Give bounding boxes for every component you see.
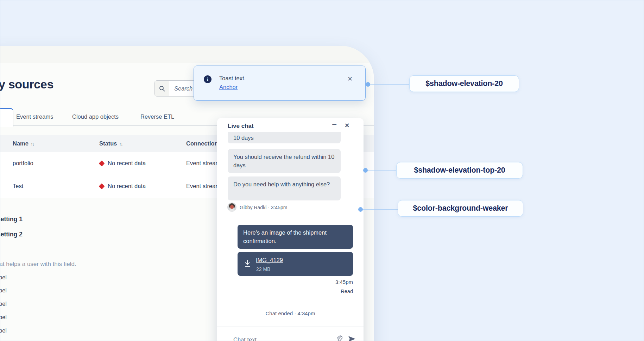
- column-header-status[interactable]: Status↑↓: [99, 140, 122, 147]
- cell-status: No recent data: [108, 160, 146, 167]
- search-icon: [159, 86, 165, 92]
- toast-anchor-link[interactable]: Anchor: [219, 84, 238, 91]
- error-diamond-icon: [99, 184, 105, 190]
- token-label-shadow-elevation-20: $shadow-elevation-20: [409, 75, 519, 92]
- leader-line: [360, 209, 398, 210]
- attachment-size: 22 MB: [256, 265, 270, 273]
- chat-input[interactable]: Chat text: [233, 336, 257, 341]
- info-icon: i: [204, 75, 211, 83]
- column-header-connection[interactable]: Connection: [186, 140, 218, 147]
- avatar-face: [230, 205, 234, 209]
- download-icon: [244, 260, 251, 267]
- paperclip-icon[interactable]: [336, 335, 342, 341]
- sort-icon[interactable]: ↑↓: [31, 141, 34, 147]
- leader-dot: [363, 168, 368, 173]
- attachment-link[interactable]: IMG_4129: [256, 256, 283, 264]
- send-icon[interactable]: [348, 336, 356, 341]
- live-chat-widget: 10 days You should receive the refund wi…: [217, 118, 364, 341]
- error-diamond-icon: [99, 161, 105, 167]
- help-text: hat helps a user with this field.: [0, 261, 76, 268]
- field-label: bel: [0, 327, 7, 334]
- avatar-body: [228, 209, 235, 212]
- token-label-color-background-weaker: $color-background-weaker: [398, 200, 523, 217]
- cell-name: portfolio: [13, 160, 33, 167]
- cell-status: No recent data: [108, 183, 146, 190]
- read-receipt: Read: [341, 289, 353, 294]
- column-header-status-label: Status: [99, 140, 117, 147]
- chat-title: Live chat: [228, 123, 254, 130]
- search-placeholder: Search: [174, 85, 192, 92]
- column-header-connection-label: Connection: [186, 140, 218, 147]
- tab-reverse-etl[interactable]: Reverse ETL: [140, 113, 174, 120]
- toast-text: Toast text.: [219, 75, 246, 82]
- token-label-shadow-elevation-top-20: $shadow-elevation-top-20: [396, 162, 523, 179]
- chat-message-incoming: You should receive the refund within 10 …: [228, 149, 341, 173]
- chat-input-divider: [217, 327, 364, 327]
- leader-line: [368, 84, 409, 85]
- leader-dot: [358, 207, 363, 212]
- cell-name: Test: [13, 183, 23, 190]
- sort-icon[interactable]: ↑↓: [119, 141, 122, 147]
- chat-message-text: 10 days: [233, 134, 254, 142]
- chat-ended-line: Chat ended · 4:34pm: [217, 310, 364, 316]
- chat-header: Live chat − ✕: [217, 118, 364, 132]
- leader-dot: [366, 82, 370, 87]
- agent-name-timestamp: Gibby Radki · 3:45pm: [240, 205, 287, 210]
- column-header-name-label: Name: [13, 140, 29, 147]
- chat-attachment-bubble: IMG_4129 22 MB: [238, 252, 353, 276]
- field-label: bel: [0, 287, 7, 294]
- leader-line: [365, 170, 396, 171]
- setting-1-heading: Setting 1: [0, 216, 23, 223]
- minimize-icon[interactable]: −: [332, 119, 337, 129]
- close-icon[interactable]: ✕: [345, 122, 349, 129]
- field-label: bel: [0, 300, 7, 307]
- search-icon-zone: [154, 81, 169, 96]
- field-label: bel: [0, 274, 7, 281]
- close-icon[interactable]: ✕: [347, 75, 353, 83]
- column-header-name[interactable]: Name↑↓: [13, 140, 34, 147]
- chat-message-incoming: Do you need help with anything else?: [228, 176, 341, 200]
- agent-avatar: [227, 203, 236, 212]
- chat-message-outgoing: Here's an image of the shipment confirma…: [238, 225, 353, 249]
- tab-event-streams[interactable]: Event streams: [16, 113, 53, 120]
- setting-2-heading: Setting 2: [0, 231, 23, 238]
- message-timestamp: 3:45pm: [335, 279, 353, 285]
- tab-cloud-app-objects[interactable]: Cloud app objects: [72, 113, 119, 120]
- page-title: y sources: [0, 78, 53, 91]
- toast: i Toast text. Anchor ✕: [194, 66, 366, 101]
- tab-active-fragment[interactable]: [0, 108, 13, 127]
- field-label: bel: [0, 314, 7, 321]
- app-top-strip: [0, 46, 374, 63]
